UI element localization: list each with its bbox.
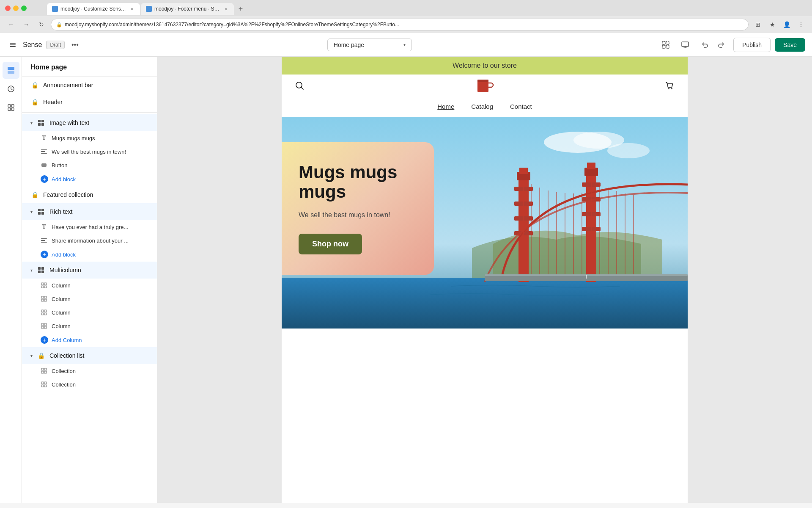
redo-button[interactable] — [714, 37, 729, 52]
shop-now-button[interactable]: Shop now — [299, 234, 362, 254]
sidebar-label-image-with-text: Image with text — [49, 119, 148, 126]
svg-rect-68 — [519, 168, 528, 174]
svg-rect-42 — [41, 326, 44, 329]
svg-rect-6 — [666, 45, 669, 48]
subsection-share-info[interactable]: Share information about your ... — [22, 234, 157, 247]
blocks-icon[interactable] — [3, 99, 19, 116]
subsection-we-sell[interactable]: We sell the best mugs in town! — [22, 145, 157, 158]
add-block-rich-text[interactable]: + Add block — [22, 247, 157, 262]
tab-title-active: moodjoy · Customize Sense · — [60, 6, 126, 12]
add-block-label-1: Add block — [52, 176, 76, 182]
selection-tool-icon[interactable] — [658, 37, 673, 52]
publish-button[interactable]: Publish — [733, 38, 771, 52]
add-column-multicolumn[interactable]: + Add Column — [22, 333, 157, 347]
store-search-icon[interactable] — [295, 81, 304, 93]
nav-link-home[interactable]: Home — [437, 103, 454, 110]
sidebar-item-rich-text[interactable]: ▾ Rich text — [22, 203, 157, 220]
header-left: Sense Draft ••• — [7, 39, 81, 51]
subsection-label-col1: Column — [52, 282, 71, 289]
more-icon[interactable]: ⋮ — [795, 19, 807, 30]
add-column-label: Add Column — [52, 337, 82, 343]
undo-button[interactable] — [697, 37, 712, 52]
browser-titlebar: moodjoy · Customize Sense · × moodjoy · … — [0, 0, 812, 16]
sidebar-label-announcement-bar: Announcement bar — [43, 82, 148, 88]
subsection-label-share-info: Share information about your ... — [52, 237, 129, 244]
tab-close-2[interactable]: × — [223, 6, 229, 12]
subsection-column-2[interactable]: Column — [22, 292, 157, 306]
grid-small-icon-col3 — [41, 309, 47, 316]
desktop-view-icon[interactable] — [678, 37, 693, 52]
save-button[interactable]: Save — [775, 38, 805, 52]
app-header: Sense Draft ••• Home page ▾ — [0, 33, 812, 57]
subsection-collection-2[interactable]: Collection — [22, 378, 157, 391]
subsection-have-you[interactable]: T Have you ever had a truly gre... — [22, 220, 157, 234]
minimize-button[interactable] — [13, 6, 19, 11]
svg-rect-0 — [10, 43, 16, 44]
svg-rect-15 — [38, 120, 41, 122]
svg-rect-35 — [44, 299, 47, 301]
button-icon — [41, 162, 47, 168]
close-button[interactable] — [5, 6, 11, 11]
grid-small-icon-collection2 — [41, 381, 47, 388]
svg-rect-20 — [38, 209, 41, 211]
browser-tab-active[interactable]: moodjoy · Customize Sense · × — [47, 3, 140, 15]
subsection-column-3[interactable]: Column — [22, 306, 157, 319]
svg-rect-5 — [662, 45, 665, 48]
more-options-button[interactable]: ••• — [69, 39, 81, 51]
tab-favicon — [52, 6, 58, 12]
subsection-button[interactable]: Button — [22, 158, 157, 172]
svg-rect-21 — [41, 209, 44, 211]
undo-redo-group — [697, 37, 729, 52]
svg-rect-31 — [44, 286, 47, 288]
sidebar-item-header[interactable]: 🔒 Header — [22, 94, 157, 110]
tab-title-2: moodjoy · Footer menu · Shop... — [154, 6, 220, 12]
svg-rect-9 — [8, 71, 14, 74]
add-block-image-text[interactable]: + Add block — [22, 172, 157, 186]
sidebar-item-announcement-bar[interactable]: 🔒 Announcement bar — [22, 77, 157, 94]
tab-close-active[interactable]: × — [129, 6, 135, 12]
draft-badge: Draft — [46, 41, 65, 49]
back-button[interactable]: ← — [5, 19, 17, 30]
page-selector[interactable]: Home page ▾ — [327, 39, 412, 51]
subsection-label-collection2: Collection — [52, 381, 76, 388]
sidebar-toggle-icon[interactable] — [7, 39, 19, 51]
svg-rect-45 — [44, 368, 47, 370]
subsection-mugs-title[interactable]: T Mugs mugs mugs — [22, 131, 157, 145]
grid-small-icon-col4 — [41, 323, 47, 329]
browser-toolbar: ← → ↻ 🔒 moodjoy.myshopify.com/admin/them… — [0, 16, 812, 33]
address-bar[interactable]: 🔒 moodjoy.myshopify.com/admin/themes/136… — [51, 19, 749, 30]
svg-rect-2 — [10, 46, 16, 47]
sidebar-item-featured-collection[interactable]: 🔒 Featured collection — [22, 186, 157, 203]
subsection-column-1[interactable]: Column — [22, 279, 157, 292]
browser-tab-2[interactable]: moodjoy · Footer menu · Shop... × — [141, 3, 234, 15]
preview-area: Welcome to our store — [157, 57, 812, 503]
refresh-button[interactable]: ↻ — [36, 19, 47, 30]
svg-rect-50 — [41, 385, 44, 387]
bookmark-icon[interactable]: ★ — [766, 19, 778, 30]
header-right: Publish Save — [658, 37, 805, 52]
svg-rect-40 — [41, 323, 44, 326]
svg-rect-51 — [44, 385, 47, 387]
fullscreen-button[interactable] — [21, 6, 27, 11]
panel-title: Home page — [22, 57, 157, 77]
chevron-down-icon-image-text: ▾ — [30, 121, 33, 125]
svg-rect-47 — [44, 371, 47, 373]
extensions-icon[interactable]: ⊞ — [752, 19, 764, 30]
sections-icon[interactable] — [3, 62, 19, 79]
forward-button[interactable]: → — [20, 19, 32, 30]
subsection-collection-1[interactable]: Collection — [22, 364, 157, 378]
sidebar-item-multicolumn[interactable]: ▾ Multicolumn — [22, 262, 157, 279]
subsection-column-4[interactable]: Column — [22, 319, 157, 333]
new-tab-button[interactable]: + — [235, 3, 247, 15]
hero-subtitle: We sell the best mugs in town! — [299, 210, 417, 220]
store-nav: Home Catalog Contact — [282, 99, 688, 117]
apps-icon[interactable] — [3, 80, 19, 97]
nav-link-contact[interactable]: Contact — [510, 103, 532, 110]
store-cart-icon[interactable] — [665, 81, 674, 93]
hero-title: Mugs mugs mugs — [299, 163, 417, 202]
sidebar-item-collection-list[interactable]: ▾ 🔒 Collection list — [22, 347, 157, 364]
svg-rect-41 — [44, 323, 47, 326]
nav-link-catalog[interactable]: Catalog — [471, 103, 493, 110]
profile-icon[interactable]: 👤 — [781, 19, 793, 30]
sidebar-item-image-with-text[interactable]: ▾ Image with text — [22, 114, 157, 131]
